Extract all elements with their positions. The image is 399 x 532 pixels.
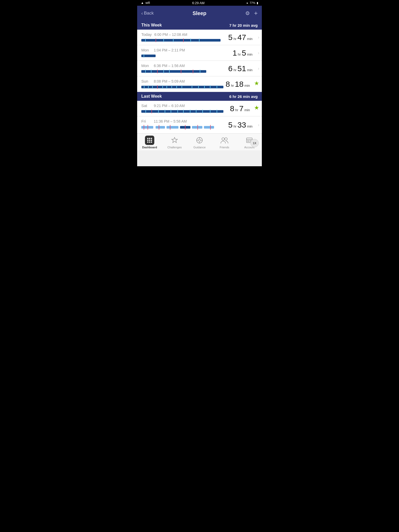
status-bar: ▲ wifi 6:29 AM ▸ 77% ▮ <box>137 0 262 6</box>
this-week-avg: 7 hr 20 min avg <box>229 23 258 28</box>
chevron-today: › <box>258 35 259 40</box>
last-week-list: Sat 9:21 PM – 6:10 AM <box>137 101 262 133</box>
sleep-day-mon2: Mon <box>141 63 151 68</box>
tab-friends[interactable]: Friends <box>212 136 237 149</box>
sleep-duration-sun: 8 hr 18 min <box>226 80 250 88</box>
sleep-entry-sat[interactable]: Sat 9:21 PM – 6:10 AM <box>137 101 262 116</box>
zoom-badge[interactable]: 1X <box>250 139 259 147</box>
friends-icon <box>220 136 229 145</box>
tab-friends-label: Friends <box>220 146 229 149</box>
svg-point-5 <box>151 140 152 141</box>
sleep-bar-mon1 <box>141 54 221 58</box>
phone-frame: ▲ wifi 6:29 AM ▸ 77% ▮ ‹ Back Sleep ⚙ + … <box>137 0 262 166</box>
tab-challenges[interactable]: Challenges <box>162 136 187 149</box>
chevron-left-icon: ‹ <box>141 11 143 16</box>
last-week-avg: 6 hr 26 min avg <box>229 94 258 99</box>
sleep-time-mon1: 1:04 PM – 2:11 PM <box>154 48 185 52</box>
sleep-duration-fri: 5 hr 33 min <box>228 121 252 129</box>
sleep-duration-mon1: 1 hr 5 min <box>232 49 252 57</box>
sleep-time-mon2: 6:36 PM – 1:56 AM <box>154 64 185 68</box>
svg-point-16 <box>222 138 224 140</box>
sleep-day-today: Today <box>141 32 152 37</box>
sleep-duration-sat: 8 hr 7 min <box>230 105 250 112</box>
star-badge-sat: ★ <box>254 104 259 111</box>
sleep-entry-today[interactable]: Today 6:00 PM – 12:08 AM 5 hr 47 min <box>137 30 262 45</box>
sleep-day-sat: Sat <box>141 103 151 108</box>
battery-percentage: 77% <box>250 1 255 4</box>
settings-button[interactable]: ⚙ <box>245 10 250 16</box>
challenges-icon <box>170 136 179 145</box>
battery-icon: ▮ <box>257 1 258 5</box>
sleep-bar-sat <box>141 109 225 114</box>
last-week-header: Last Week 6 hr 26 min avg <box>137 92 262 101</box>
back-label: Back <box>144 11 154 16</box>
chevron-mon1: › <box>258 51 259 55</box>
sleep-day-fri: Fri <box>141 119 151 123</box>
sleep-entry-mon2[interactable]: Mon 6:36 PM – 1:56 AM 6 hr 51 min <box>137 61 262 76</box>
star-badge-sun: ★ <box>254 80 259 87</box>
sleep-bar-today <box>141 38 221 42</box>
this-week-list: Today 6:00 PM – 12:08 AM 5 hr 47 min <box>137 30 262 92</box>
sleep-duration-today: 5 hr 47 min <box>228 34 252 41</box>
svg-point-2 <box>151 138 152 139</box>
svg-point-1 <box>149 138 150 139</box>
status-time: 6:29 AM <box>192 1 205 5</box>
svg-point-11 <box>198 139 201 141</box>
wifi-icon: wifi <box>145 1 150 5</box>
sleep-entry-fri[interactable]: Fri 11:36 PM – 5:58 AM <box>137 116 262 133</box>
status-bar-left: ▲ wifi <box>141 1 150 5</box>
svg-point-20 <box>248 141 249 142</box>
status-bar-right: ▸ 77% ▮ <box>247 1 258 5</box>
signal-icon: ▲ <box>141 1 144 5</box>
sleep-bar-sun <box>141 85 225 89</box>
bluetooth-icon: ▸ <box>247 1 248 5</box>
sleep-time-today: 6:00 PM – 12:08 AM <box>154 32 187 37</box>
sleep-entry-sun[interactable]: Sun 8:08 PM – 5:09 AM <box>137 76 262 92</box>
add-button[interactable]: + <box>254 10 258 17</box>
tab-guidance[interactable]: Guidance <box>187 136 212 149</box>
page-title: Sleep <box>192 10 206 16</box>
sleep-duration-mon2: 6 hr 51 min <box>228 65 252 72</box>
svg-point-8 <box>151 142 152 143</box>
tab-guidance-label: Guidance <box>193 146 205 149</box>
svg-point-4 <box>149 140 150 141</box>
svg-marker-9 <box>172 137 177 143</box>
tab-bar: Dashboard Challenges Guid <box>137 133 262 150</box>
back-button[interactable]: ‹ Back <box>141 11 154 16</box>
sleep-bar-mon2 <box>141 69 221 74</box>
svg-point-0 <box>147 138 149 139</box>
sleep-time-fri: 11:36 PM – 5:58 AM <box>154 119 187 123</box>
dashboard-icon <box>145 136 154 145</box>
chevron-fri: › <box>258 123 259 127</box>
guidance-icon <box>195 136 204 145</box>
sleep-bar-fri <box>141 125 221 131</box>
this-week-label: This Week <box>141 23 162 28</box>
svg-point-3 <box>147 140 149 141</box>
nav-right-actions: ⚙ + <box>245 10 258 17</box>
svg-point-6 <box>147 142 149 143</box>
sleep-day-mon1: Mon <box>141 48 151 52</box>
tab-challenges-label: Challenges <box>167 146 182 149</box>
chevron-mon2: › <box>258 66 259 71</box>
sleep-time-sun: 8:08 PM – 5:09 AM <box>154 79 185 83</box>
sleep-entry-mon1[interactable]: Mon 1:04 PM – 2:11 PM 1 hr 5 min › <box>137 45 262 61</box>
this-week-header: This Week 7 hr 20 min avg <box>137 21 262 30</box>
sleep-day-sun: Sun <box>141 79 151 83</box>
last-week-label: Last Week <box>141 94 162 99</box>
tab-dashboard[interactable]: Dashboard <box>137 136 162 149</box>
tab-dashboard-label: Dashboard <box>142 146 157 149</box>
sleep-time-sat: 9:21 PM – 6:10 AM <box>154 104 185 108</box>
svg-point-17 <box>225 138 227 140</box>
svg-point-7 <box>149 142 150 143</box>
nav-header: ‹ Back Sleep ⚙ + <box>137 6 262 21</box>
